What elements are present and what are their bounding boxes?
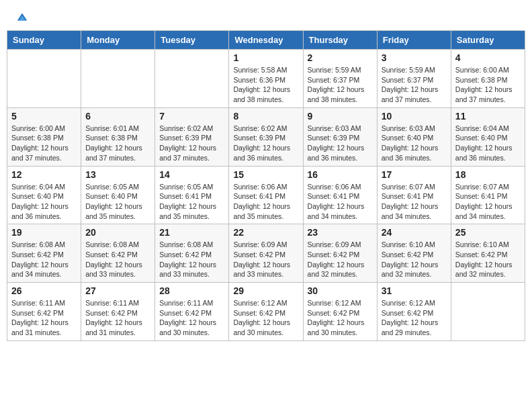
calendar-cell: 25Sunrise: 6:10 AM Sunset: 6:42 PM Dayli…	[451, 224, 525, 283]
day-detail: Sunrise: 6:01 AM Sunset: 6:38 PM Dayligh…	[85, 124, 150, 163]
day-number: 7	[159, 111, 224, 122]
day-number: 29	[233, 285, 298, 296]
day-number: 21	[159, 227, 224, 238]
week-row-3: 12Sunrise: 6:04 AM Sunset: 6:40 PM Dayli…	[7, 166, 525, 224]
calendar-cell: 1Sunrise: 5:58 AM Sunset: 6:36 PM Daylig…	[229, 50, 303, 108]
calendar-cell: 27Sunrise: 6:11 AM Sunset: 6:42 PM Dayli…	[81, 283, 155, 341]
day-number: 11	[455, 111, 521, 122]
day-detail: Sunrise: 6:00 AM Sunset: 6:38 PM Dayligh…	[11, 124, 77, 163]
day-detail: Sunrise: 6:10 AM Sunset: 6:42 PM Dayligh…	[382, 240, 447, 279]
day-detail: Sunrise: 6:02 AM Sunset: 6:39 PM Dayligh…	[159, 124, 224, 163]
day-detail: Sunrise: 6:05 AM Sunset: 6:40 PM Dayligh…	[85, 182, 150, 222]
calendar-cell: 7Sunrise: 6:02 AM Sunset: 6:39 PM Daylig…	[155, 107, 229, 166]
day-number: 22	[233, 227, 298, 238]
calendar-cell: 10Sunrise: 6:03 AM Sunset: 6:40 PM Dayli…	[377, 107, 451, 166]
day-detail: Sunrise: 6:04 AM Sunset: 6:40 PM Dayligh…	[11, 182, 77, 222]
weekday-header-sunday: Sunday	[7, 31, 81, 50]
calendar-cell: 16Sunrise: 6:06 AM Sunset: 6:41 PM Dayli…	[303, 166, 377, 224]
day-detail: Sunrise: 5:59 AM Sunset: 6:37 PM Dayligh…	[308, 65, 373, 105]
weekday-header-monday: Monday	[81, 31, 155, 50]
day-number: 28	[159, 285, 224, 296]
week-row-5: 26Sunrise: 6:11 AM Sunset: 6:42 PM Dayli…	[7, 283, 525, 341]
day-detail: Sunrise: 6:12 AM Sunset: 6:42 PM Dayligh…	[308, 298, 373, 338]
weekday-header-saturday: Saturday	[451, 31, 525, 50]
day-number: 18	[455, 169, 521, 180]
weekday-header-friday: Friday	[377, 31, 451, 50]
day-detail: Sunrise: 6:02 AM Sunset: 6:39 PM Dayligh…	[233, 124, 298, 163]
calendar-cell: 15Sunrise: 6:06 AM Sunset: 6:41 PM Dayli…	[229, 166, 303, 224]
day-number: 17	[382, 169, 447, 180]
logo-icon	[16, 12, 28, 24]
day-number: 3	[382, 52, 447, 63]
day-detail: Sunrise: 5:58 AM Sunset: 6:36 PM Dayligh…	[233, 65, 298, 105]
day-detail: Sunrise: 6:07 AM Sunset: 6:41 PM Dayligh…	[382, 182, 447, 222]
day-detail: Sunrise: 6:03 AM Sunset: 6:39 PM Dayligh…	[308, 124, 373, 163]
calendar-cell: 11Sunrise: 6:04 AM Sunset: 6:40 PM Dayli…	[451, 107, 525, 166]
calendar-cell: 28Sunrise: 6:11 AM Sunset: 6:42 PM Dayli…	[155, 283, 229, 341]
day-number: 23	[308, 227, 373, 238]
calendar-cell	[7, 50, 81, 108]
day-number: 8	[233, 111, 298, 122]
day-number: 27	[85, 285, 150, 296]
day-number: 31	[382, 285, 447, 296]
calendar-cell	[155, 50, 229, 108]
day-number: 26	[11, 285, 77, 296]
day-detail: Sunrise: 6:00 AM Sunset: 6:38 PM Dayligh…	[455, 65, 521, 105]
day-detail: Sunrise: 6:05 AM Sunset: 6:41 PM Dayligh…	[159, 182, 224, 222]
day-detail: Sunrise: 6:08 AM Sunset: 6:42 PM Dayligh…	[159, 240, 224, 279]
day-detail: Sunrise: 6:09 AM Sunset: 6:42 PM Dayligh…	[233, 240, 298, 279]
calendar-cell: 4Sunrise: 6:00 AM Sunset: 6:38 PM Daylig…	[451, 50, 525, 108]
day-detail: Sunrise: 6:08 AM Sunset: 6:42 PM Dayligh…	[11, 240, 77, 279]
day-detail: Sunrise: 6:10 AM Sunset: 6:42 PM Dayligh…	[455, 240, 521, 279]
calendar-cell: 26Sunrise: 6:11 AM Sunset: 6:42 PM Dayli…	[7, 283, 81, 341]
calendar-cell: 13Sunrise: 6:05 AM Sunset: 6:40 PM Dayli…	[81, 166, 155, 224]
calendar-cell: 3Sunrise: 5:59 AM Sunset: 6:37 PM Daylig…	[377, 50, 451, 108]
day-detail: Sunrise: 6:06 AM Sunset: 6:41 PM Dayligh…	[233, 182, 298, 222]
calendar-cell: 6Sunrise: 6:01 AM Sunset: 6:38 PM Daylig…	[81, 107, 155, 166]
calendar-cell	[451, 283, 525, 341]
calendar-cell: 18Sunrise: 6:07 AM Sunset: 6:41 PM Dayli…	[451, 166, 525, 224]
calendar-cell: 14Sunrise: 6:05 AM Sunset: 6:41 PM Dayli…	[155, 166, 229, 224]
logo	[13, 12, 30, 24]
day-detail: Sunrise: 6:11 AM Sunset: 6:42 PM Dayligh…	[11, 298, 77, 338]
day-detail: Sunrise: 6:03 AM Sunset: 6:40 PM Dayligh…	[382, 124, 447, 163]
day-number: 6	[85, 111, 150, 122]
day-number: 10	[382, 111, 447, 122]
day-number: 12	[11, 169, 77, 180]
day-number: 1	[233, 52, 298, 63]
calendar-cell: 30Sunrise: 6:12 AM Sunset: 6:42 PM Dayli…	[303, 283, 377, 341]
calendar-cell: 20Sunrise: 6:08 AM Sunset: 6:42 PM Dayli…	[81, 224, 155, 283]
calendar-cell: 19Sunrise: 6:08 AM Sunset: 6:42 PM Dayli…	[7, 224, 81, 283]
weekday-header-tuesday: Tuesday	[155, 31, 229, 50]
day-detail: Sunrise: 6:11 AM Sunset: 6:42 PM Dayligh…	[159, 298, 224, 338]
day-number: 13	[85, 169, 150, 180]
calendar-cell: 2Sunrise: 5:59 AM Sunset: 6:37 PM Daylig…	[303, 50, 377, 108]
calendar-cell	[81, 50, 155, 108]
day-number: 16	[308, 169, 373, 180]
calendar-cell: 23Sunrise: 6:09 AM Sunset: 6:42 PM Dayli…	[303, 224, 377, 283]
day-detail: Sunrise: 6:08 AM Sunset: 6:42 PM Dayligh…	[85, 240, 150, 279]
calendar-cell: 29Sunrise: 6:12 AM Sunset: 6:42 PM Dayli…	[229, 283, 303, 341]
day-number: 9	[308, 111, 373, 122]
day-number: 24	[382, 227, 447, 238]
calendar-cell: 17Sunrise: 6:07 AM Sunset: 6:41 PM Dayli…	[377, 166, 451, 224]
calendar-cell: 22Sunrise: 6:09 AM Sunset: 6:42 PM Dayli…	[229, 224, 303, 283]
calendar-cell: 9Sunrise: 6:03 AM Sunset: 6:39 PM Daylig…	[303, 107, 377, 166]
day-number: 14	[159, 169, 224, 180]
day-detail: Sunrise: 6:12 AM Sunset: 6:42 PM Dayligh…	[382, 298, 447, 338]
day-number: 25	[455, 227, 521, 238]
weekday-header-row: SundayMondayTuesdayWednesdayThursdayFrid…	[7, 31, 525, 50]
page-header	[7, 7, 525, 28]
day-number: 20	[85, 227, 150, 238]
calendar-cell: 12Sunrise: 6:04 AM Sunset: 6:40 PM Dayli…	[7, 166, 81, 224]
calendar-cell: 31Sunrise: 6:12 AM Sunset: 6:42 PM Dayli…	[377, 283, 451, 341]
day-number: 15	[233, 169, 298, 180]
day-detail: Sunrise: 6:12 AM Sunset: 6:42 PM Dayligh…	[233, 298, 298, 338]
week-row-2: 5Sunrise: 6:00 AM Sunset: 6:38 PM Daylig…	[7, 107, 525, 166]
day-detail: Sunrise: 6:09 AM Sunset: 6:42 PM Dayligh…	[308, 240, 373, 279]
calendar-cell: 24Sunrise: 6:10 AM Sunset: 6:42 PM Dayli…	[377, 224, 451, 283]
day-number: 19	[11, 227, 77, 238]
day-detail: Sunrise: 6:11 AM Sunset: 6:42 PM Dayligh…	[85, 298, 150, 338]
day-number: 30	[308, 285, 373, 296]
week-row-4: 19Sunrise: 6:08 AM Sunset: 6:42 PM Dayli…	[7, 224, 525, 283]
